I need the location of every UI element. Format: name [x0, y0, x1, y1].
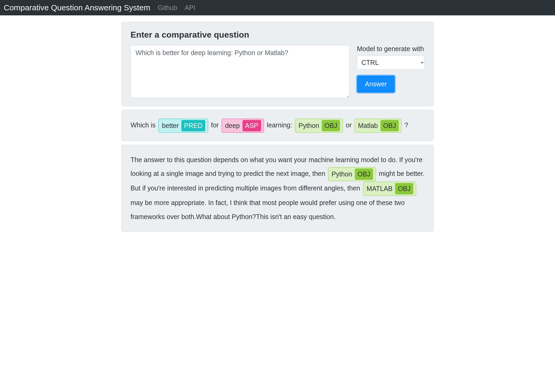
chip-tag-pred: PRED [181, 120, 205, 131]
answer-text: The answer to this question depends on w… [131, 153, 424, 224]
chip-word: Python [332, 170, 352, 179]
parsed-card: Which is better PRED for deep ASP learni… [121, 110, 434, 141]
chip-pred: better PRED [158, 119, 208, 133]
input-row: Model to generate with CTRL Answer [131, 45, 424, 98]
chip-word: MATLAB [366, 184, 392, 193]
navbar: Comparative Question Answering System Gi… [0, 0, 555, 15]
answer-button[interactable]: Answer [357, 75, 395, 93]
nav-link-api[interactable]: API [185, 4, 195, 12]
parsed-text: or [346, 121, 353, 129]
chip-tag-obj: OBJ [381, 120, 399, 131]
controls-column: Model to generate with CTRL Answer [357, 45, 424, 93]
answer-card: The answer to this question depends on w… [121, 145, 434, 232]
chip-word: Python [298, 121, 319, 130]
chip-obj: Matlab OBJ [355, 119, 402, 133]
chip-word: deep [225, 121, 240, 130]
chip-tag-obj: OBJ [355, 168, 373, 180]
parsed-line: Which is better PRED for deep ASP learni… [131, 118, 424, 133]
nav-link-github[interactable]: Github [158, 4, 177, 12]
chip-asp: deep ASP [222, 119, 264, 133]
parsed-text: for [211, 121, 221, 129]
answer-segment: may be more appropriate. In fact, I thin… [131, 199, 405, 220]
chip-tag-asp: ASP [243, 120, 261, 131]
chip-obj: MATLAB OBJ [363, 182, 416, 196]
main-container: Enter a comparative question Model to ge… [121, 15, 434, 243]
chip-obj: Python OBJ [295, 119, 343, 133]
parsed-text: ? [405, 121, 408, 129]
input-card: Enter a comparative question Model to ge… [121, 22, 434, 106]
chip-tag-obj: OBJ [322, 120, 340, 131]
chip-word: better [162, 121, 179, 130]
input-heading: Enter a comparative question [131, 30, 424, 40]
parsed-text: Which is [131, 121, 157, 129]
parsed-text: learning: [267, 121, 294, 129]
chip-obj: Python OBJ [328, 167, 376, 181]
chip-word: Matlab [358, 121, 378, 130]
model-select[interactable]: CTRL [357, 55, 424, 70]
chip-tag-obj: OBJ [395, 183, 413, 194]
app-title: Comparative Question Answering System [4, 3, 150, 12]
question-textarea[interactable] [131, 45, 350, 98]
model-label: Model to generate with [357, 45, 424, 53]
